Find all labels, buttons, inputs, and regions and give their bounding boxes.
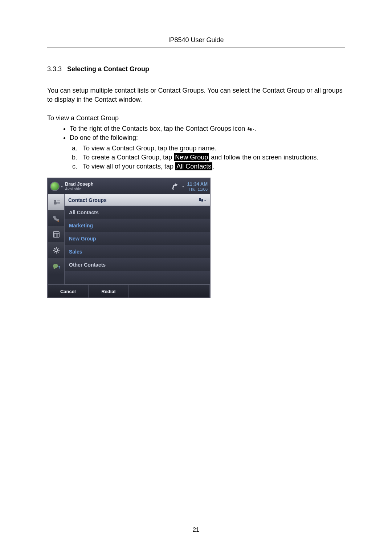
section-title: Selecting a Contact Group (67, 65, 149, 73)
svg-rect-9 (57, 202, 60, 203)
list-item-new-group[interactable]: New Group (65, 232, 210, 245)
new-group-tag: New Group (174, 153, 209, 161)
svg-text:?: ? (58, 266, 61, 270)
presence-icon[interactable] (50, 182, 60, 191)
content-header: Contact Groups (65, 194, 210, 206)
svg-rect-10 (57, 203, 60, 204)
list-item-sales[interactable]: Sales (65, 245, 210, 258)
list-item-marketing[interactable]: Marketing (65, 219, 210, 232)
list-blank-row (65, 271, 210, 284)
step-c: To view all of your contacts, tap All Co… (79, 163, 345, 170)
bullet-text-suffix: . (255, 125, 257, 132)
svg-rect-7 (54, 202, 57, 204)
page-number: 21 (0, 527, 392, 533)
step-b: To create a Contact Group, tap New Group… (79, 154, 345, 161)
svg-point-6 (54, 200, 56, 202)
tab-calendar[interactable] (48, 226, 64, 242)
svg-point-29 (199, 198, 201, 199)
tab-settings[interactable] (48, 242, 64, 258)
svg-marker-5 (175, 183, 178, 186)
step-c-prefix: To view all of your contacts, tap (83, 163, 175, 170)
list-item-other-contacts[interactable]: Other Contacts (65, 258, 210, 271)
softkey-bar: Cancel Redial (48, 284, 210, 297)
contact-groups-collapse-icon[interactable] (198, 197, 206, 203)
tab-help[interactable]: ? (48, 258, 64, 274)
svg-rect-8 (57, 200, 60, 201)
content-title: Contact Groups (68, 197, 107, 203)
softkey-cancel[interactable]: Cancel (48, 285, 89, 297)
svg-marker-4 (253, 129, 254, 130)
softkey-redial[interactable]: Redial (89, 285, 129, 297)
svg-line-23 (58, 252, 58, 252)
svg-point-0 (248, 127, 249, 128)
clock-date: Thu, 11/06 (187, 187, 208, 192)
call-forward-dropdown-icon[interactable]: ▾ (182, 185, 184, 189)
user-status: Available (65, 187, 171, 191)
contacts-tab-icon (52, 198, 61, 206)
list-item-all-contacts[interactable]: All Contacts (65, 206, 210, 219)
tab-contacts[interactable] (48, 194, 64, 210)
call-forward-icon[interactable] (171, 182, 181, 191)
phone-top-bar: ▾ Brad Joseph Available ▾ 11:34 AM Thu, … (48, 178, 210, 194)
user-name: Brad Joseph (65, 182, 171, 187)
phone-screenshot: ▾ Brad Joseph Available ▾ 11:34 AM Thu, … (47, 178, 211, 298)
step-b-prefix: To create a Contact Group, tap (83, 154, 174, 161)
svg-rect-3 (250, 129, 252, 130)
step-c-suffix: . (212, 163, 214, 170)
calendar-tab-icon (52, 230, 60, 238)
bullet-contacts-icon: To the right of the Contacts box, tap th… (70, 125, 345, 133)
svg-point-2 (250, 128, 252, 129)
svg-line-24 (58, 248, 58, 248)
svg-line-25 (54, 252, 54, 252)
svg-point-31 (201, 199, 203, 200)
procedure-intro: To view a Contact Group (47, 114, 345, 122)
svg-rect-30 (199, 199, 201, 201)
step-a: To view a Contact Group, tap the group n… (79, 145, 345, 152)
tab-call-log[interactable]: 1 (48, 210, 64, 226)
bullet-text-prefix: To the right of the Contacts box, tap th… (70, 125, 245, 132)
svg-text:1: 1 (57, 219, 59, 222)
intro-paragraph: You can setup multiple contact lists or … (47, 86, 345, 104)
svg-line-22 (54, 248, 54, 248)
contact-groups-icon (247, 126, 255, 132)
svg-marker-33 (204, 200, 206, 201)
bullet-do-one: Do one of the following: (70, 134, 345, 142)
all-contacts-tag: All Contacts (175, 162, 212, 170)
svg-point-17 (55, 249, 58, 252)
page-header: IP8540 User Guide (47, 36, 345, 48)
presence-dropdown-icon[interactable]: ▾ (61, 185, 63, 189)
section-number: 3.3.3 (47, 65, 62, 73)
softkey-empty (129, 285, 210, 297)
section-heading: 3.3.3 Selecting a Contact Group (47, 65, 345, 73)
svg-rect-32 (201, 200, 203, 202)
clock-time: 11:34 AM (187, 182, 208, 187)
gear-icon (52, 246, 60, 254)
side-tab-bar: 1 (48, 194, 65, 284)
call-log-tab-icon: 1 (52, 214, 61, 222)
help-tab-icon: ? (52, 262, 61, 270)
svg-rect-1 (248, 129, 250, 130)
step-b-suffix: and follow the on screen instructions. (209, 154, 318, 161)
